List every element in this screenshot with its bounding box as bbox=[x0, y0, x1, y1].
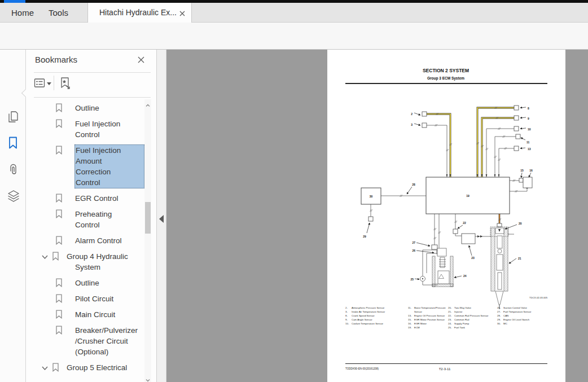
new-bookmark-icon[interactable] bbox=[59, 76, 71, 90]
bookmark-icon bbox=[52, 252, 59, 261]
bookmark-icon bbox=[55, 194, 63, 203]
callout-21: 21 bbox=[518, 257, 521, 260]
scrollbar-thumb[interactable] bbox=[145, 202, 151, 234]
bookmark-icon bbox=[55, 278, 63, 287]
bookmark-item[interactable]: EGR Control bbox=[26, 193, 146, 204]
legend-text: CAN bbox=[503, 314, 508, 317]
legend-number: 13- bbox=[408, 314, 412, 317]
acrobat-window: { "tabs": { "home": "Home", "tools": "To… bbox=[0, 0, 588, 382]
legend-number: 26- bbox=[497, 306, 501, 309]
chevron-down-icon[interactable] bbox=[47, 82, 51, 85]
callout-8: 8 bbox=[528, 107, 529, 110]
page-section-header: SECTION 2 SYSTEM bbox=[423, 68, 469, 73]
bookmark-item[interactable]: Outline bbox=[26, 103, 146, 113]
scroll-down-icon[interactable] bbox=[145, 375, 151, 381]
bookmark-label: Fuel Injection Amount Correction Control bbox=[74, 144, 144, 188]
bookmark-label: EGR Control bbox=[75, 193, 119, 204]
close-tab-icon[interactable] bbox=[179, 9, 186, 16]
legend-number: 15- bbox=[408, 318, 412, 321]
bookmark-icon bbox=[55, 209, 63, 218]
callout-10: 10 bbox=[528, 128, 531, 131]
wire-entry-arrows bbox=[446, 174, 500, 177]
diagram-legend: 2-Atmospheric Pressure Sensor3-Intake Ai… bbox=[345, 306, 532, 329]
collapse-panel-icon[interactable] bbox=[159, 215, 164, 223]
legend-number: 30- bbox=[497, 322, 501, 325]
callout-29: 29 bbox=[363, 235, 366, 238]
legend-number: 10- bbox=[345, 322, 349, 325]
legend-text: Coolant Temperature Sensor bbox=[352, 322, 384, 325]
legend-text: Injector bbox=[454, 310, 463, 313]
tab-document[interactable]: Hitachi Hydraulic Ex... bbox=[87, 3, 192, 23]
legend-text: ECM bbox=[414, 326, 420, 329]
legend-text: Common Rail Pressure Sensor bbox=[454, 314, 489, 317]
legend-text: Fuel Temperature Sensor bbox=[503, 310, 532, 313]
bookmark-item[interactable]: Group 5 Electrical bbox=[26, 362, 146, 373]
legend-number: 16- bbox=[408, 322, 412, 325]
panel-splitter[interactable] bbox=[157, 50, 166, 382]
legend-number: 24- bbox=[448, 322, 452, 325]
legend-text: Engine Oil Level Switch bbox=[503, 318, 530, 321]
legend-text: Suction Control Valve bbox=[503, 306, 527, 309]
callout-24: 24 bbox=[463, 274, 467, 278]
callout-9: 9 bbox=[528, 117, 529, 120]
chevron-down-icon[interactable] bbox=[41, 365, 49, 372]
callout-11: 11 bbox=[526, 140, 530, 144]
legend-number: 11- bbox=[408, 306, 412, 309]
attachments-icon[interactable] bbox=[6, 163, 20, 177]
legend-text: EGR Motor bbox=[414, 322, 427, 325]
bookmark-item[interactable]: Main Circuit bbox=[26, 309, 146, 320]
bookmark-item[interactable]: Group 4 Hydraulic System bbox=[26, 251, 146, 273]
bookmarks-scrollbar[interactable] bbox=[144, 99, 151, 382]
bookmark-icon bbox=[55, 294, 63, 303]
bookmark-item[interactable]: Breaker/Pulverizer /Crusher Circuit (Opt… bbox=[26, 325, 146, 357]
legend-text: Common Rail bbox=[454, 318, 469, 321]
bookmarks-panel-icon[interactable] bbox=[6, 135, 20, 150]
diagram-boxes bbox=[361, 177, 510, 244]
legend-number: 21- bbox=[448, 310, 452, 313]
bookmark-item[interactable]: Fuel Injection Amount Correction Control bbox=[26, 145, 146, 188]
bookmark-label: Alarm Control bbox=[75, 235, 122, 246]
bookmarks-list: OutlineFuel Injection ControlFuel Inject… bbox=[26, 99, 146, 382]
bookmark-item[interactable]: Fuel Injection Control bbox=[26, 118, 146, 140]
bookmarks-panel: Bookmarks OutlineFuel Injection ControlF… bbox=[26, 50, 157, 382]
callout-30: 30 bbox=[370, 195, 373, 198]
legend-number: 2- bbox=[345, 306, 348, 309]
bookmarks-panel-title: Bookmarks bbox=[35, 55, 77, 64]
bookmark-label: Outline bbox=[75, 278, 99, 288]
bookmark-item[interactable]: Pilot Circuit bbox=[26, 293, 146, 304]
legend-text: Boost Temperature/Pressure bbox=[414, 306, 446, 309]
pdf-page: SECTION 2 SYSTEM Group 3 ECM System bbox=[327, 50, 565, 382]
bookmark-label: Fuel Injection Control bbox=[75, 118, 120, 140]
bookmark-item[interactable]: Outline bbox=[26, 278, 146, 288]
bookmark-item[interactable]: Preheating Control bbox=[26, 209, 146, 230]
injector-assembly bbox=[490, 223, 508, 309]
bookmark-icon bbox=[55, 310, 63, 319]
bookmark-options-icon[interactable] bbox=[34, 78, 45, 88]
bookmark-icon bbox=[55, 119, 63, 128]
tab-home[interactable]: Home bbox=[11, 8, 34, 17]
tab-tools[interactable]: Tools bbox=[49, 8, 68, 17]
bookmark-label: Outline bbox=[75, 103, 99, 113]
callout-2: 2 bbox=[411, 112, 413, 116]
page-thumbnails-icon[interactable] bbox=[6, 109, 20, 124]
bookmark-label: Preheating Control bbox=[75, 209, 112, 230]
bookmark-item[interactable]: Alarm Control bbox=[26, 235, 146, 246]
scroll-up-icon[interactable] bbox=[145, 100, 151, 106]
bookmark-label: Breaker/Pulverizer /Crusher Circuit (Opt… bbox=[75, 325, 138, 357]
callout-25: 25 bbox=[410, 278, 414, 281]
callout-20: 20 bbox=[519, 222, 522, 225]
diagram-code: TDCX-02-03-005 bbox=[529, 296, 548, 299]
legend-number: 9- bbox=[345, 318, 348, 321]
chevron-down-icon[interactable] bbox=[41, 253, 49, 261]
layers-icon[interactable] bbox=[6, 189, 20, 204]
bookmark-icon bbox=[55, 236, 63, 245]
legend-number: 20- bbox=[448, 306, 452, 309]
footer-page-code: T2-3-11 bbox=[439, 367, 451, 371]
panel-toolbar-divider bbox=[54, 76, 54, 90]
callout-23: 23 bbox=[471, 256, 475, 260]
callout-27: 27 bbox=[412, 241, 415, 244]
legend-text: Supply Pump bbox=[454, 322, 469, 325]
legend-text: Intake Air Temperature Sensor bbox=[352, 310, 385, 313]
callout-15: 15 bbox=[520, 169, 524, 172]
close-panel-icon[interactable] bbox=[137, 56, 145, 64]
